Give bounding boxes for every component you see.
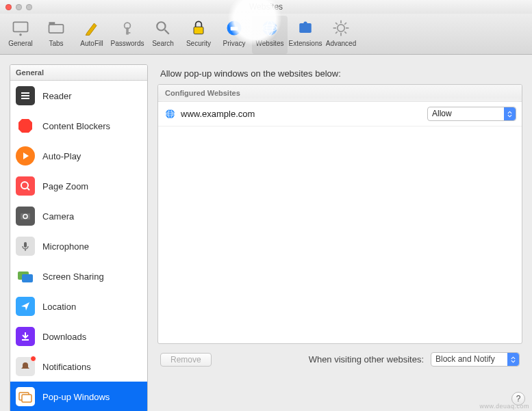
other-websites-label: When visiting other websites: [309,354,424,364]
svg-line-33 [27,188,29,190]
sidebar-auto-play-label: Auto-Play [42,151,81,161]
svg-rect-42 [22,395,31,402]
svg-rect-9 [194,27,203,34]
svg-line-23 [335,23,338,25]
chevron-updown-icon [507,353,519,366]
website-url: www.example.com [181,109,427,119]
sidebar-microphone-label: Microphone [42,241,89,252]
sidebar-content-blockers-label: Content Blockers [42,121,110,131]
toolbar-advanced[interactable]: Advanced [323,16,359,54]
sidebar-microphone[interactable]: Microphone [10,231,147,261]
sidebar-downloads[interactable]: Downloads [10,321,147,352]
sidebar-notifications[interactable]: Notifications [10,352,147,382]
sidebar-notifications-icon [16,357,35,376]
toolbar-search-label: Search [152,40,174,47]
sidebar-screen-sharing[interactable]: Screen Sharing [10,261,147,291]
sidebar-reader-label: Reader [42,91,72,101]
sidebar-popup-windows-label: Pop-up Windows [42,392,110,402]
svg-rect-3 [49,22,55,25]
svg-rect-0 [14,22,28,31]
other-websites-select[interactable]: Block and Notify [431,352,520,367]
sidebar-location-label: Location [42,302,76,312]
toolbar-general[interactable]: General [3,16,38,54]
sidebar-content-blockers-icon [16,116,35,135]
sidebar-reader[interactable]: Reader [10,81,147,111]
toolbar-extensions[interactable]: Extensions [288,16,323,54]
svg-rect-29 [21,98,29,99]
svg-rect-6 [126,32,130,34]
other-websites-value: Block and Notify [435,354,495,364]
svg-rect-5 [126,27,129,35]
svg-line-24 [344,31,346,34]
sidebar: General ReaderContent BlockersAuto-PlayP… [10,64,148,411]
toolbar-tabs[interactable]: Tabs [38,16,74,54]
chevron-updown-icon [504,107,516,120]
sidebar-page-zoom-icon [16,176,35,196]
sidebar-auto-play[interactable]: Auto-Play [10,141,147,171]
toolbar-security-label: Security [186,40,211,47]
main-heading: Allow pop-up windows on the websites bel… [157,64,522,84]
toolbar-privacy[interactable]: Privacy [216,16,252,54]
svg-point-32 [21,182,28,189]
sidebar-screen-sharing-icon [16,267,35,286]
sidebar-header: General [10,65,147,81]
sidebar-screen-sharing-label: Screen Sharing [42,271,104,282]
svg-rect-2 [49,25,64,33]
sidebar-location[interactable]: Location [10,291,147,321]
svg-line-26 [344,23,346,25]
toolbar-websites[interactable]: Websites [252,16,288,54]
badge-icon [30,356,36,362]
sidebar-auto-play-icon [16,146,35,165]
configured-websites-list: Configured Websites www.example.comAllow [157,84,522,344]
toolbar-passwords[interactable]: Passwords [110,16,145,54]
titlebar: Websites [0,0,532,14]
toolbar-general-label: General [8,40,33,47]
row-policy-value: Allow [432,109,452,118]
remove-button[interactable]: Remove [160,353,212,367]
svg-rect-39 [22,274,33,282]
sidebar-popup-windows[interactable]: Pop-up Windows [10,382,147,411]
sidebar-content-blockers[interactable]: Content Blockers [10,111,147,141]
toolbar-search[interactable]: Search [145,16,181,54]
globe-icon [165,109,175,119]
list-header: Configured Websites [158,85,522,102]
sidebar-location-icon [16,297,35,316]
sidebar-downloads-label: Downloads [42,332,86,342]
toolbar-autofill-label: AutoFill [80,40,103,47]
sidebar-page-zoom-label: Page Zoom [42,181,88,191]
svg-rect-36 [24,242,27,248]
svg-point-18 [338,25,345,32]
svg-rect-40 [22,339,29,341]
sidebar-notifications-label: Notifications [42,362,91,372]
sidebar-downloads-icon [16,327,35,346]
website-row[interactable]: www.example.comAllow [158,102,522,127]
svg-marker-31 [23,153,29,159]
sidebar-microphone-icon [16,237,35,256]
main-panel: Allow pop-up windows on the websites bel… [157,64,522,411]
svg-rect-27 [21,92,29,94]
svg-point-17 [303,21,307,25]
svg-point-7 [157,22,165,30]
sidebar-page-zoom[interactable]: Page Zoom [10,171,147,201]
window-title: Websites [0,2,532,12]
toolbar-advanced-label: Advanced [326,40,356,47]
sidebar-reader-icon [16,86,35,105]
watermark: www.deuaq.com [479,403,529,410]
svg-rect-11 [231,27,238,30]
toolbar: GeneralTabsAutoFillPasswordsSearchSecuri… [0,14,532,55]
sidebar-camera-icon [16,207,35,226]
toolbar-privacy-label: Privacy [223,40,246,47]
sidebar-camera[interactable]: Camera [10,201,147,231]
toolbar-security[interactable]: Security [181,16,216,54]
sidebar-camera-label: Camera [42,211,74,222]
toolbar-autofill[interactable]: AutoFill [74,16,110,54]
svg-line-25 [335,31,338,34]
svg-line-8 [165,30,169,34]
sidebar-popup-windows-icon [16,387,35,406]
svg-rect-28 [21,95,29,96]
toolbar-tabs-label: Tabs [49,40,63,47]
toolbar-websites-label: Websites [256,40,284,47]
svg-marker-30 [18,119,32,133]
toolbar-passwords-label: Passwords [111,40,144,47]
row-policy-select[interactable]: Allow [427,107,516,121]
